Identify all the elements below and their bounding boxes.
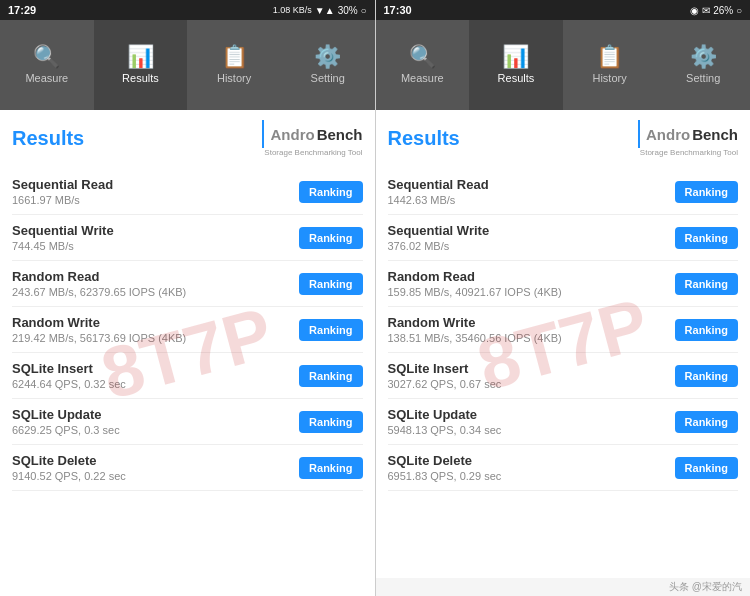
content-area: 8T7P Results AndroBench Storage Benchmar… [0, 110, 375, 596]
bench-row: Random Read 243.67 MB/s, 62379.65 IOPS (… [12, 261, 363, 307]
tab-setting[interactable]: ⚙️ Setting [281, 20, 375, 110]
bench-name: Random Write [388, 315, 675, 330]
bench-info: Random Read 243.67 MB/s, 62379.65 IOPS (… [12, 269, 299, 298]
brand-name: AndroBench [638, 120, 738, 148]
status-time: 17:29 [8, 4, 36, 16]
bench-value: 6244.64 QPS, 0.32 sec [12, 378, 299, 390]
ranking-button[interactable]: Ranking [675, 181, 738, 203]
tab-measure[interactable]: 🔍 Measure [0, 20, 94, 110]
setting-icon: ⚙️ [690, 46, 717, 68]
ranking-button[interactable]: Ranking [299, 319, 362, 341]
bench-name: Sequential Read [388, 177, 675, 192]
phone-1: 17:29 1.08 KB/s ▼▲ 30% ○ 🔍 Measure 📊 Res… [0, 0, 376, 596]
tab-measure[interactable]: 🔍 Measure [376, 20, 470, 110]
bench-info: Sequential Read 1442.63 MB/s [388, 177, 675, 206]
tab-label: Results [498, 72, 535, 84]
bench-name: SQLite Insert [388, 361, 675, 376]
ranking-button[interactable]: Ranking [675, 273, 738, 295]
bench-info: Random Write 138.51 MB/s, 35460.56 IOPS … [388, 315, 675, 344]
bench-value: 744.45 MB/s [12, 240, 299, 252]
signal-icon: ▼▲ [315, 5, 335, 16]
nav-tabs: 🔍 Measure 📊 Results 📋 History ⚙️ Setting [0, 20, 375, 110]
bench-row: SQLite Update 6629.25 QPS, 0.3 sec Ranki… [12, 399, 363, 445]
brand-bar-icon [262, 120, 264, 148]
battery-indicator: 30% ○ [338, 5, 367, 16]
bench-info: SQLite Delete 9140.52 QPS, 0.22 sec [12, 453, 299, 482]
brand-bench: Bench [317, 126, 363, 143]
bench-value: 159.85 MB/s, 40921.67 IOPS (4KB) [388, 286, 675, 298]
bench-info: SQLite Update 6629.25 QPS, 0.3 sec [12, 407, 299, 436]
ranking-button[interactable]: Ranking [675, 457, 738, 479]
bench-name: Random Read [12, 269, 299, 284]
ranking-button[interactable]: Ranking [675, 411, 738, 433]
setting-icon: ⚙️ [314, 46, 341, 68]
attribution: 头条 @宋爱的汽 [376, 578, 751, 596]
bench-value: 3027.62 QPS, 0.67 sec [388, 378, 675, 390]
history-icon: 📋 [221, 46, 248, 68]
tab-label: Setting [686, 72, 720, 84]
ranking-button[interactable]: Ranking [675, 365, 738, 387]
content-title: Results [388, 127, 460, 150]
brand-bar-icon [638, 120, 640, 148]
ranking-button[interactable]: Ranking [299, 227, 362, 249]
tab-results[interactable]: 📊 Results [469, 20, 563, 110]
status-bar: 17:30 ◉ ✉ 26% ○ [376, 0, 751, 20]
tab-history[interactable]: 📋 History [187, 20, 281, 110]
bench-value: 9140.52 QPS, 0.22 sec [12, 470, 299, 482]
ranking-button[interactable]: Ranking [299, 411, 362, 433]
bench-name: SQLite Update [388, 407, 675, 422]
status-bar: 17:29 1.08 KB/s ▼▲ 30% ○ [0, 0, 375, 20]
bench-name: Random Read [388, 269, 675, 284]
ranking-button[interactable]: Ranking [675, 319, 738, 341]
status-icons: 1.08 KB/s ▼▲ 30% ○ [273, 5, 367, 16]
bench-info: Random Write 219.42 MB/s, 56173.69 IOPS … [12, 315, 299, 344]
bench-info: SQLite Insert 6244.64 QPS, 0.32 sec [12, 361, 299, 390]
ranking-button[interactable]: Ranking [299, 457, 362, 479]
tab-history[interactable]: 📋 History [563, 20, 657, 110]
bench-row: Sequential Write 744.45 MB/s Ranking [12, 215, 363, 261]
tab-setting[interactable]: ⚙️ Setting [656, 20, 750, 110]
tab-label: History [217, 72, 251, 84]
ranking-button[interactable]: Ranking [675, 227, 738, 249]
bench-row: Sequential Read 1442.63 MB/s Ranking [388, 169, 739, 215]
brand-bench: Bench [692, 126, 738, 143]
bench-row: SQLite Insert 3027.62 QPS, 0.67 sec Rank… [388, 353, 739, 399]
bench-info: Sequential Write 376.02 MB/s [388, 223, 675, 252]
bench-name: SQLite Delete [12, 453, 299, 468]
bench-name: Sequential Write [12, 223, 299, 238]
bench-info: Sequential Write 744.45 MB/s [12, 223, 299, 252]
bench-name: Sequential Write [388, 223, 675, 238]
ranking-button[interactable]: Ranking [299, 365, 362, 387]
bench-name: SQLite Delete [388, 453, 675, 468]
bench-value: 243.67 MB/s, 62379.65 IOPS (4KB) [12, 286, 299, 298]
signal-icon: ◉ ✉ [690, 5, 710, 16]
results-icon: 📊 [127, 46, 154, 68]
bench-row: SQLite Delete 6951.83 QPS, 0.29 sec Rank… [388, 445, 739, 491]
tab-label: History [592, 72, 626, 84]
bench-row: SQLite Insert 6244.64 QPS, 0.32 sec Rank… [12, 353, 363, 399]
bench-name: Random Write [12, 315, 299, 330]
bench-name: SQLite Insert [12, 361, 299, 376]
bench-value: 5948.13 QPS, 0.34 sec [388, 424, 675, 436]
bench-info: Sequential Read 1661.97 MB/s [12, 177, 299, 206]
bench-info: SQLite Delete 6951.83 QPS, 0.29 sec [388, 453, 675, 482]
tab-results[interactable]: 📊 Results [94, 20, 188, 110]
bench-row: Random Write 138.51 MB/s, 35460.56 IOPS … [388, 307, 739, 353]
bench-row: Sequential Read 1661.97 MB/s Ranking [12, 169, 363, 215]
ranking-button[interactable]: Ranking [299, 181, 362, 203]
content-area: 8T7P Results AndroBench Storage Benchmar… [376, 110, 751, 578]
tab-label: Setting [311, 72, 345, 84]
tab-label: Results [122, 72, 159, 84]
content-header: Results AndroBench Storage Benchmarking … [12, 120, 363, 157]
phone-2: 17:30 ◉ ✉ 26% ○ 🔍 Measure 📊 Results 📋 Hi… [376, 0, 751, 596]
status-icons: ◉ ✉ 26% ○ [687, 5, 742, 16]
bench-value: 138.51 MB/s, 35460.56 IOPS (4KB) [388, 332, 675, 344]
results-icon: 📊 [502, 46, 529, 68]
bench-row: Random Write 219.42 MB/s, 56173.69 IOPS … [12, 307, 363, 353]
bench-row: SQLite Delete 9140.52 QPS, 0.22 sec Rank… [12, 445, 363, 491]
brand-name: AndroBench [262, 120, 362, 148]
measure-icon: 🔍 [33, 46, 60, 68]
ranking-button[interactable]: Ranking [299, 273, 362, 295]
nav-tabs: 🔍 Measure 📊 Results 📋 History ⚙️ Setting [376, 20, 751, 110]
brand-tagline: Storage Benchmarking Tool [638, 148, 738, 157]
